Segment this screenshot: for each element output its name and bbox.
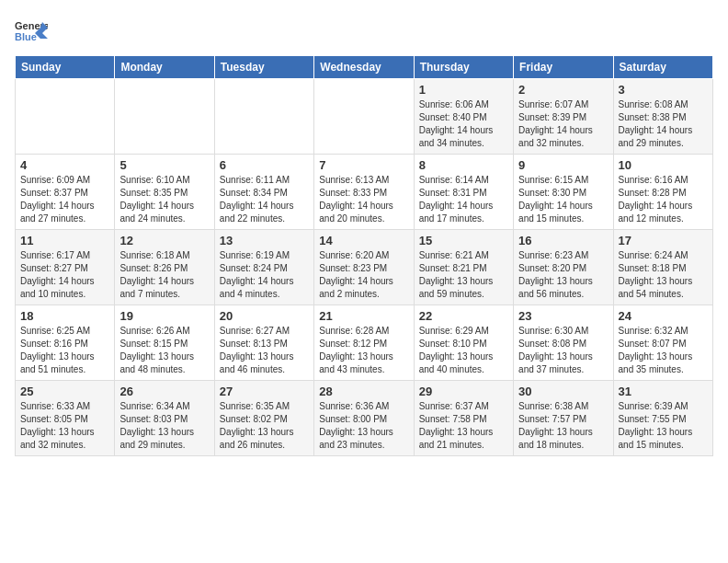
day-info: Sunrise: 6:14 AM Sunset: 8:31 PM Dayligh… bbox=[419, 174, 508, 225]
day-number: 7 bbox=[319, 158, 408, 172]
day-number: 24 bbox=[619, 309, 708, 323]
calendar-cell: 5Sunrise: 6:10 AM Sunset: 8:35 PM Daylig… bbox=[115, 155, 214, 230]
calendar-cell: 28Sunrise: 6:36 AM Sunset: 8:00 PM Dayli… bbox=[314, 381, 414, 456]
day-number: 8 bbox=[419, 158, 508, 172]
calendar-cell: 16Sunrise: 6:23 AM Sunset: 8:20 PM Dayli… bbox=[514, 230, 613, 305]
day-number: 29 bbox=[419, 385, 508, 398]
header-thursday: Thursday bbox=[414, 56, 513, 79]
day-info: Sunrise: 6:29 AM Sunset: 8:10 PM Dayligh… bbox=[419, 325, 508, 376]
day-info: Sunrise: 6:24 AM Sunset: 8:18 PM Dayligh… bbox=[619, 249, 708, 301]
header-sunday: Sunday bbox=[16, 56, 115, 79]
calendar-table: SundayMondayTuesdayWednesdayThursdayFrid… bbox=[15, 55, 713, 456]
day-info: Sunrise: 6:39 AM Sunset: 7:55 PM Dayligh… bbox=[619, 400, 708, 452]
calendar-cell: 15Sunrise: 6:21 AM Sunset: 8:21 PM Dayli… bbox=[414, 230, 513, 305]
day-info: Sunrise: 6:28 AM Sunset: 8:12 PM Dayligh… bbox=[319, 325, 408, 376]
day-info: Sunrise: 6:17 AM Sunset: 8:27 PM Dayligh… bbox=[20, 249, 109, 301]
calendar-cell: 10Sunrise: 6:16 AM Sunset: 8:28 PM Dayli… bbox=[613, 155, 712, 230]
logo: General Blue bbox=[15, 15, 48, 48]
day-info: Sunrise: 6:25 AM Sunset: 8:16 PM Dayligh… bbox=[20, 325, 109, 376]
calendar-cell bbox=[16, 79, 115, 155]
day-number: 4 bbox=[20, 158, 109, 172]
day-number: 21 bbox=[319, 309, 408, 323]
calendar-cell: 23Sunrise: 6:30 AM Sunset: 8:08 PM Dayli… bbox=[514, 305, 613, 381]
calendar-cell: 9Sunrise: 6:15 AM Sunset: 8:30 PM Daylig… bbox=[514, 155, 613, 230]
day-info: Sunrise: 6:38 AM Sunset: 7:57 PM Dayligh… bbox=[518, 400, 608, 452]
day-number: 6 bbox=[220, 158, 309, 172]
day-info: Sunrise: 6:06 AM Sunset: 8:40 PM Dayligh… bbox=[419, 98, 508, 150]
calendar-cell bbox=[214, 79, 313, 155]
day-number: 10 bbox=[619, 158, 708, 172]
calendar-cell: 12Sunrise: 6:18 AM Sunset: 8:26 PM Dayli… bbox=[115, 230, 214, 305]
logo-icon: General Blue bbox=[15, 15, 48, 48]
calendar-cell: 24Sunrise: 6:32 AM Sunset: 8:07 PM Dayli… bbox=[613, 305, 712, 381]
day-number: 12 bbox=[119, 234, 209, 247]
day-info: Sunrise: 6:26 AM Sunset: 8:15 PM Dayligh… bbox=[119, 325, 209, 376]
calendar-cell: 3Sunrise: 6:08 AM Sunset: 8:38 PM Daylig… bbox=[613, 79, 712, 155]
day-info: Sunrise: 6:37 AM Sunset: 7:58 PM Dayligh… bbox=[419, 400, 508, 452]
day-number: 11 bbox=[20, 234, 109, 247]
calendar-cell: 13Sunrise: 6:19 AM Sunset: 8:24 PM Dayli… bbox=[214, 230, 313, 305]
day-number: 30 bbox=[518, 385, 608, 398]
day-info: Sunrise: 6:11 AM Sunset: 8:34 PM Dayligh… bbox=[220, 174, 309, 225]
day-number: 9 bbox=[518, 158, 608, 172]
day-number: 25 bbox=[20, 385, 109, 398]
day-number: 19 bbox=[119, 309, 209, 323]
calendar-cell: 17Sunrise: 6:24 AM Sunset: 8:18 PM Dayli… bbox=[613, 230, 712, 305]
calendar-cell: 25Sunrise: 6:33 AM Sunset: 8:05 PM Dayli… bbox=[16, 381, 115, 456]
day-info: Sunrise: 6:35 AM Sunset: 8:02 PM Dayligh… bbox=[220, 400, 309, 452]
day-info: Sunrise: 6:13 AM Sunset: 8:33 PM Dayligh… bbox=[319, 174, 408, 225]
calendar-cell: 26Sunrise: 6:34 AM Sunset: 8:03 PM Dayli… bbox=[115, 381, 214, 456]
calendar-cell: 19Sunrise: 6:26 AM Sunset: 8:15 PM Dayli… bbox=[115, 305, 214, 381]
day-info: Sunrise: 6:33 AM Sunset: 8:05 PM Dayligh… bbox=[20, 400, 109, 452]
day-number: 1 bbox=[419, 83, 508, 97]
header-monday: Monday bbox=[115, 56, 214, 79]
day-info: Sunrise: 6:16 AM Sunset: 8:28 PM Dayligh… bbox=[619, 174, 708, 225]
day-info: Sunrise: 6:30 AM Sunset: 8:08 PM Dayligh… bbox=[518, 325, 608, 376]
day-number: 20 bbox=[220, 309, 309, 323]
day-number: 13 bbox=[220, 234, 309, 247]
page-header: General Blue bbox=[15, 15, 713, 48]
calendar-cell: 2Sunrise: 6:07 AM Sunset: 8:39 PM Daylig… bbox=[514, 79, 613, 155]
day-number: 18 bbox=[20, 309, 109, 323]
calendar-cell: 1Sunrise: 6:06 AM Sunset: 8:40 PM Daylig… bbox=[414, 79, 513, 155]
day-number: 26 bbox=[119, 385, 209, 398]
day-info: Sunrise: 6:18 AM Sunset: 8:26 PM Dayligh… bbox=[119, 249, 209, 301]
week-row-1: 4Sunrise: 6:09 AM Sunset: 8:37 PM Daylig… bbox=[16, 155, 713, 230]
day-info: Sunrise: 6:08 AM Sunset: 8:38 PM Dayligh… bbox=[619, 98, 708, 150]
header-tuesday: Tuesday bbox=[214, 56, 313, 79]
calendar-cell: 22Sunrise: 6:29 AM Sunset: 8:10 PM Dayli… bbox=[414, 305, 513, 381]
day-number: 17 bbox=[619, 234, 708, 247]
day-info: Sunrise: 6:15 AM Sunset: 8:30 PM Dayligh… bbox=[518, 174, 608, 225]
day-info: Sunrise: 6:09 AM Sunset: 8:37 PM Dayligh… bbox=[20, 174, 109, 225]
day-number: 5 bbox=[119, 158, 209, 172]
calendar-cell: 4Sunrise: 6:09 AM Sunset: 8:37 PM Daylig… bbox=[16, 155, 115, 230]
header-wednesday: Wednesday bbox=[314, 56, 414, 79]
day-info: Sunrise: 6:27 AM Sunset: 8:13 PM Dayligh… bbox=[220, 325, 309, 376]
week-row-0: 1Sunrise: 6:06 AM Sunset: 8:40 PM Daylig… bbox=[16, 79, 713, 155]
calendar-cell bbox=[115, 79, 214, 155]
day-number: 27 bbox=[220, 385, 309, 398]
day-number: 3 bbox=[619, 83, 708, 97]
day-info: Sunrise: 6:21 AM Sunset: 8:21 PM Dayligh… bbox=[419, 249, 508, 301]
day-number: 23 bbox=[518, 309, 608, 323]
calendar-cell: 7Sunrise: 6:13 AM Sunset: 8:33 PM Daylig… bbox=[314, 155, 414, 230]
calendar-cell: 6Sunrise: 6:11 AM Sunset: 8:34 PM Daylig… bbox=[214, 155, 313, 230]
calendar-cell: 11Sunrise: 6:17 AM Sunset: 8:27 PM Dayli… bbox=[16, 230, 115, 305]
day-info: Sunrise: 6:34 AM Sunset: 8:03 PM Dayligh… bbox=[119, 400, 209, 452]
day-info: Sunrise: 6:36 AM Sunset: 8:00 PM Dayligh… bbox=[319, 400, 408, 452]
day-info: Sunrise: 6:19 AM Sunset: 8:24 PM Dayligh… bbox=[220, 249, 309, 301]
calendar-cell: 29Sunrise: 6:37 AM Sunset: 7:58 PM Dayli… bbox=[414, 381, 513, 456]
calendar-cell: 14Sunrise: 6:20 AM Sunset: 8:23 PM Dayli… bbox=[314, 230, 414, 305]
week-row-4: 25Sunrise: 6:33 AM Sunset: 8:05 PM Dayli… bbox=[16, 381, 713, 456]
day-number: 28 bbox=[319, 385, 408, 398]
calendar-cell: 20Sunrise: 6:27 AM Sunset: 8:13 PM Dayli… bbox=[214, 305, 313, 381]
calendar-cell bbox=[314, 79, 414, 155]
calendar-cell: 31Sunrise: 6:39 AM Sunset: 7:55 PM Dayli… bbox=[613, 381, 712, 456]
calendar-cell: 8Sunrise: 6:14 AM Sunset: 8:31 PM Daylig… bbox=[414, 155, 513, 230]
day-info: Sunrise: 6:32 AM Sunset: 8:07 PM Dayligh… bbox=[619, 325, 708, 376]
week-row-2: 11Sunrise: 6:17 AM Sunset: 8:27 PM Dayli… bbox=[16, 230, 713, 305]
day-number: 15 bbox=[419, 234, 508, 247]
week-row-3: 18Sunrise: 6:25 AM Sunset: 8:16 PM Dayli… bbox=[16, 305, 713, 381]
day-number: 22 bbox=[419, 309, 508, 323]
calendar-cell: 18Sunrise: 6:25 AM Sunset: 8:16 PM Dayli… bbox=[16, 305, 115, 381]
